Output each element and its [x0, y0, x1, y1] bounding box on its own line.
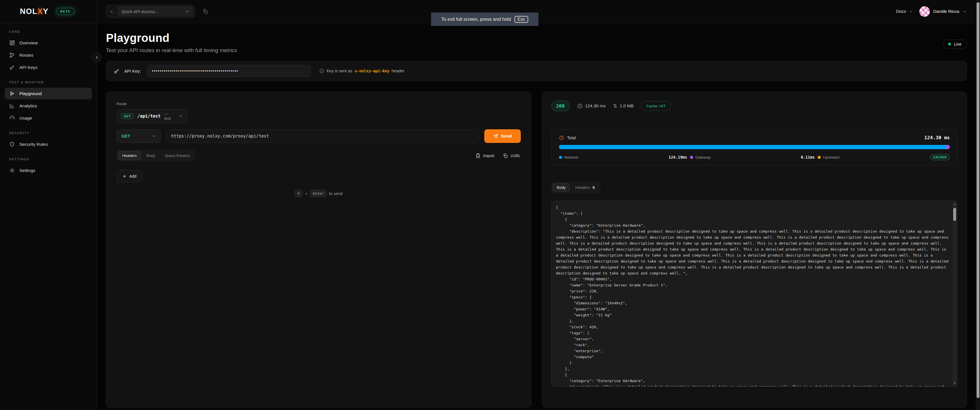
bar-chart-icon [9, 103, 15, 109]
timing-bar [559, 145, 950, 149]
docs-label: Docs [896, 9, 906, 14]
gateway-dot-icon [690, 156, 693, 159]
live-status-badge: Live [943, 40, 967, 49]
url-input[interactable]: https://proxy.nolxy.com/proxy/api/test [166, 129, 479, 143]
copy-quick-access-button[interactable] [201, 7, 210, 16]
response-time-metric: 124.30 ms [577, 103, 606, 109]
route-name: — test [164, 111, 175, 121]
key-icon [114, 68, 120, 74]
sidebar-item-label: Routes [19, 52, 33, 58]
sidebar-item-label: Overview [19, 40, 38, 46]
tab-query-params[interactable]: Query Params [161, 151, 194, 160]
page-scrollbar-thumb[interactable] [977, 2, 980, 398]
info-icon [319, 68, 324, 73]
response-body-viewer[interactable]: { "items": [ { "category": "Enterprise H… [551, 201, 958, 387]
sidebar-item-label: Playground [19, 91, 41, 96]
scroll-down-arrow-icon[interactable]: ▼ [953, 381, 957, 385]
curl-button[interactable]: cURL [503, 153, 520, 158]
sidebar-item-analytics[interactable]: Analytics [5, 100, 92, 111]
live-label: Live [954, 42, 961, 46]
sidebar-section-settings: SETTINGS Settings [5, 157, 92, 176]
request-panel: Route GET /api/test — test GET [106, 92, 531, 408]
quick-access-inner: Quick API Access... [118, 6, 193, 16]
panels-row: Route GET /api/test — test GET [106, 92, 967, 408]
clipboard-import-icon [476, 153, 480, 158]
section-label: CORE [5, 30, 92, 33]
method-select[interactable]: GET [116, 129, 161, 143]
hint-suffix: to send [329, 191, 343, 196]
upstream-label: Upstream [823, 155, 840, 159]
sidebar-item-api-keys[interactable]: API Keys [5, 62, 92, 73]
import-button[interactable]: Import [476, 153, 495, 158]
hint-prefix: Key is sent as [326, 68, 352, 73]
chevron-down-icon [178, 114, 183, 118]
network-value: 124.19ms [669, 155, 687, 159]
esc-key-hint: Esc [514, 16, 528, 23]
sidebar-item-usage[interactable]: Usage [5, 112, 92, 124]
page-scrollbar[interactable] [976, 0, 980, 410]
api-key-input[interactable]: ••••••••••••••••••••••••••••••••••••••••… [147, 65, 311, 77]
section-label: TEST & MONITOR [5, 81, 92, 84]
send-button[interactable]: Send [484, 129, 521, 143]
scroll-up-arrow-icon[interactable]: ▲ [953, 202, 957, 206]
user-menu[interactable]: Davide Ricca [919, 6, 967, 17]
sidebar-item-routes[interactable]: Routes [5, 49, 92, 61]
route-select[interactable]: GET /api/test — test [116, 109, 187, 123]
hint-suffix: header [392, 68, 404, 73]
app-shell: CORE Overview Routes API Keys [0, 23, 980, 410]
plus-text: + [305, 191, 307, 196]
total-label: Total [567, 135, 576, 140]
gateway-label: Gateway [695, 155, 711, 159]
cache-hit-badge: Cache: HIT [641, 101, 671, 111]
terminal-icon: >_ [110, 10, 115, 14]
tab-headers[interactable]: Headers [118, 151, 141, 160]
response-size-metric: ⇅ 1.0 MB [613, 103, 633, 109]
curl-label: cURL [511, 154, 520, 158]
tab-response-headers[interactable]: Headers 5 [571, 183, 599, 192]
page-title: Playground [106, 32, 237, 44]
tab-body[interactable]: Body [142, 151, 159, 160]
chevron-down-icon [185, 9, 189, 14]
sidebar-item-label: Usage [19, 116, 32, 121]
docs-menu[interactable]: Docs [896, 9, 913, 14]
plus-icon [122, 174, 127, 178]
sidebar-item-label: Settings [19, 168, 35, 173]
request-tabs-row: Headers Body Query Params Import [116, 150, 521, 161]
request-tab-group: Headers Body Query Params [116, 150, 196, 161]
sidebar-item-overview[interactable]: Overview [5, 37, 92, 49]
sidebar-collapse-button[interactable] [92, 52, 102, 62]
page-subtitle: Test your API routes in real-time with f… [106, 47, 237, 54]
timing-breakdown-card: Total 124.30 ms Network 124.19ms Gateway… [551, 129, 958, 166]
sidebar-item-label: API Keys [19, 65, 38, 70]
sidebar-item-security-rules[interactable]: Security Rules [5, 138, 92, 150]
response-scrollbar[interactable]: ▲ ▼ [953, 202, 957, 386]
sidebar-item-playground[interactable]: Playground [5, 88, 92, 99]
fullscreen-exit-toast: To exit full screen, press and hold Esc [431, 13, 538, 26]
section-label: SECURITY [5, 131, 92, 135]
total-value: 124.30 ms [924, 135, 950, 140]
sidebar-item-settings[interactable]: Settings [5, 165, 92, 176]
grid-icon [9, 40, 15, 46]
headers-count-badge: 5 [593, 185, 595, 190]
page-title-block: Playground Test your API routes in real-… [106, 32, 237, 54]
logo-text: NOL [20, 7, 38, 16]
main-content: Playground Test your API routes in real-… [97, 23, 980, 410]
beta-badge: BETA [56, 8, 75, 15]
chevron-left-icon [95, 55, 99, 60]
live-dot-icon [948, 43, 951, 46]
gauge-icon [9, 115, 15, 121]
route-label: Route [116, 102, 521, 106]
enter-key: Enter [310, 190, 326, 197]
tab-response-body[interactable]: Body [553, 183, 570, 192]
route-method-badge: GET [121, 113, 134, 119]
sidebar-section-test-monitor: TEST & MONITOR Playground Analytics Usag… [5, 81, 92, 124]
add-header-button[interactable]: Add [116, 170, 142, 183]
response-scrollbar-thumb[interactable] [953, 208, 956, 221]
chevron-down-icon [152, 134, 156, 138]
sidebar-item-label: Security Rules [19, 142, 48, 147]
key-icon [9, 64, 15, 70]
quick-api-access-select[interactable]: >_ Quick API Access... [106, 5, 195, 18]
app-logo: NOLXY [20, 7, 49, 16]
response-json-text: { "items": [ { "category": "Enterprise H… [552, 201, 958, 387]
sidebar-section-core: CORE Overview Routes API Keys [5, 30, 92, 73]
